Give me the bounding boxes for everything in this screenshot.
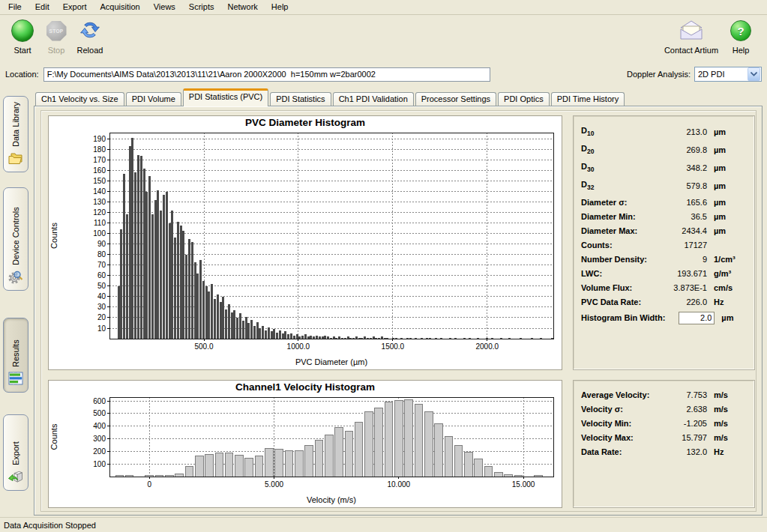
stat-label: D30 (581, 162, 659, 173)
svg-text:40: 40 (97, 292, 106, 300)
svg-text:15.000: 15.000 (512, 480, 535, 489)
stat-row-diameter: Diameter σ:165.6µm (581, 195, 747, 209)
stat-unit: Hz (714, 447, 747, 456)
stat-row-counts: Counts:17127 (581, 238, 747, 252)
stat-row-average-velocity: Average Velocity:7.753m/s (581, 387, 747, 402)
sidebar-item-results[interactable]: Results (3, 318, 28, 393)
menu-item-help[interactable]: Help (265, 1, 295, 13)
stat-value: 2.638 (659, 405, 707, 414)
svg-text:180: 180 (93, 145, 106, 154)
location-row: Location: Doppler Analysis: 2D PDI (0, 64, 767, 84)
stat-value: 269.8 (659, 145, 707, 154)
stat-unit: µm (714, 212, 747, 221)
svg-text:100: 100 (93, 460, 106, 468)
menu-item-acquisition[interactable]: Acquisition (94, 1, 147, 13)
menu-item-network[interactable]: Network (220, 1, 264, 13)
export-icon (7, 468, 24, 486)
menu-item-scripts[interactable]: Scripts (182, 1, 221, 13)
stat-label: Diameter Min: (581, 212, 659, 221)
stat-value: 226.0 (659, 297, 707, 306)
stat-value: 213.0 (659, 127, 707, 136)
stat-unit: µm (714, 226, 747, 235)
svg-text:160: 160 (93, 166, 106, 175)
stat-row-pvc-data-rate: PVC Data Rate:226.0Hz (581, 294, 747, 309)
svg-text:0: 0 (147, 480, 151, 489)
stat-unit: µm (714, 181, 747, 190)
stat-value: 193.671 (659, 269, 707, 278)
svg-text:170: 170 (93, 156, 106, 164)
menu-item-views[interactable]: Views (147, 1, 182, 13)
tab-pdi-statistics-pvc[interactable]: PDI Statistics (PVC) (183, 88, 268, 106)
svg-text:1500.0: 1500.0 (382, 342, 405, 351)
stat-label: Diameter Max: (581, 226, 659, 235)
svg-text:100: 100 (93, 229, 106, 238)
stat-label: PVC Data Rate: (581, 297, 659, 306)
stat-value: 348.2 (659, 163, 707, 172)
menu-item-edit[interactable]: Edit (28, 1, 56, 13)
stat-label: D20 (581, 144, 659, 155)
svg-text:20: 20 (97, 313, 106, 321)
stat-row-volume-flux: Volume Flux:3.873E-1cm/s (581, 280, 747, 294)
reload-button-label: Reload (77, 46, 103, 55)
stat-unit: µm (714, 198, 747, 207)
main-area: Data LibraryDevice ControlsResultsExport… (0, 85, 767, 517)
tab-pdi-time-history[interactable]: PDI Time History (551, 92, 625, 106)
svg-text:Velocity (m/s): Velocity (m/s) (307, 495, 356, 504)
stat-unit: 1/cm³ (714, 255, 747, 264)
stop-button-label: Stop (48, 46, 65, 55)
doppler-analysis-select[interactable]: 2D PDI (694, 67, 762, 82)
contact-artium-button[interactable]: Contact Artium (664, 19, 719, 55)
toolbar: Start STOP Stop Reload (0, 15, 767, 64)
tab-pdi-volume[interactable]: PDI Volume (126, 92, 181, 106)
menu-item-file[interactable]: File (1, 1, 28, 13)
sidebar-item-label: Export (11, 420, 20, 465)
help-button[interactable]: ? Help (724, 19, 757, 55)
tab-page: PVC Diameter Histogram 10203040506070809… (34, 106, 763, 516)
sidebar-item-data-library[interactable]: Data Library (3, 96, 28, 172)
stat-row-d30: D30348.2µm (581, 159, 747, 177)
chevron-down-icon[interactable] (748, 67, 760, 81)
location-input[interactable] (43, 67, 490, 82)
tab-pdi-statistics[interactable]: PDI Statistics (270, 92, 331, 106)
sidebar-item-label: Device Controls (11, 193, 20, 265)
start-button[interactable]: Start (6, 19, 39, 55)
contact-artium-label: Contact Artium (664, 46, 718, 55)
stop-button[interactable]: STOP Stop (40, 19, 73, 55)
velocity-histogram-chart: 10020030040050060005.00010.00015.000Coun… (49, 395, 560, 507)
stat-value: 36.5 (659, 212, 707, 221)
location-label: Location: (5, 70, 39, 79)
pvc-diameter-histogram-panel: PVC Diameter Histogram 10203040506070809… (48, 115, 562, 370)
stat-label: Histogram Bin Width: (581, 313, 665, 322)
stat-row-histogram-bin-width: Histogram Bin Width:µm (581, 309, 747, 327)
help-button-label: Help (733, 46, 750, 55)
stat-row-data-rate: Data Rate:132.0Hz (581, 444, 747, 459)
stat-value: 579.8 (659, 181, 707, 190)
stat-row-velocity-min: Velocity Min:-1.205m/s (581, 416, 747, 430)
chart-title: Channel1 Velocity Histogram (49, 381, 562, 395)
sidebar-item-export[interactable]: Export (3, 414, 28, 491)
svg-text:5.000: 5.000 (265, 480, 283, 489)
stat-value: 132.0 (659, 447, 707, 456)
svg-text:90: 90 (97, 240, 106, 248)
tab-ch1-pdi-validation[interactable]: Ch1 PDI Validation (333, 92, 414, 106)
stat-label: LWC: (581, 269, 659, 278)
svg-text:70: 70 (97, 261, 106, 269)
svg-text:10: 10 (97, 324, 106, 333)
tab-ch1-velocity-vs-size[interactable]: Ch1 Velocity vs. Size (35, 92, 124, 106)
reload-button[interactable]: Reload (73, 19, 106, 55)
stat-unit: Hz (714, 297, 747, 306)
tab-processor-settings[interactable]: Processor Settings (415, 92, 496, 106)
envelope-icon (679, 19, 704, 42)
histogram-bin-width-input[interactable] (679, 312, 715, 324)
tab-pdi-optics[interactable]: PDI Optics (498, 92, 550, 106)
stat-value: -1.205 (659, 419, 707, 428)
velocity-statistics-panel: Average Velocity:7.753m/sVelocity σ:2.63… (573, 380, 755, 508)
menu-item-export[interactable]: Export (56, 1, 94, 13)
stat-value: 165.6 (659, 198, 707, 207)
sidebar-item-device-controls[interactable]: Device Controls (3, 187, 28, 291)
stat-row-d10: D10213.0µm (581, 123, 747, 141)
status-text: Data Acquisition Stopped (4, 521, 96, 530)
stat-unit: µm (714, 127, 747, 136)
svg-text:600: 600 (93, 397, 106, 405)
stat-label: Volume Flux: (581, 283, 659, 292)
